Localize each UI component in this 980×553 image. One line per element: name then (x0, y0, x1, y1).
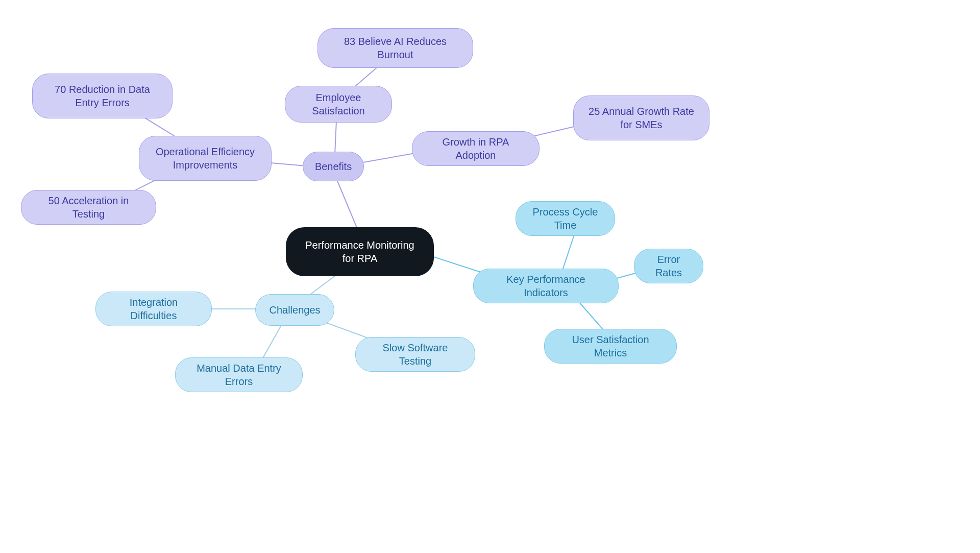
svg-line-0 (334, 174, 360, 235)
manual-errors-node: Manual Data Entry Errors (175, 357, 303, 392)
growth-rpa-node: Growth in RPA Adoption (412, 131, 540, 166)
operational-efficiency-label: Operational Efficiency Improvements (154, 145, 257, 172)
user-satisfaction-node: User Satisfaction Metrics (544, 329, 677, 364)
challenges-node: Challenges (255, 294, 334, 326)
benefits-node: Benefits (303, 152, 364, 181)
user-satisfaction-label: User Satisfaction Metrics (559, 333, 662, 359)
central-node: Performance Monitoring for RPA (286, 227, 434, 276)
challenges-label: Challenges (269, 303, 320, 317)
slow-testing-label: Slow Software Testing (370, 341, 460, 368)
error-rates-label: Error Rates (649, 253, 689, 279)
employee-satisfaction-node: Employee Satisfaction (285, 86, 392, 123)
operational-efficiency-node: Operational Efficiency Improvements (139, 136, 272, 181)
growth-rate-label: 25 Annual Growth Rate for SMEs (588, 105, 695, 131)
growth-rpa-label: Growth in RPA Adoption (427, 135, 525, 162)
kpi-node: Key Performance Indicators (473, 269, 619, 303)
kpi-label: Key Performance Indicators (488, 273, 604, 299)
testing-acceleration-label: 50 Acceleration in Testing (36, 194, 141, 221)
benefits-label: Benefits (315, 160, 352, 173)
error-rates-node: Error Rates (634, 249, 703, 283)
employee-satisfaction-label: Employee Satisfaction (300, 91, 377, 117)
integration-node: Integration Difficulties (95, 292, 212, 326)
data-entry-errors-label: 70 Reduction in Data Entry Errors (47, 83, 158, 109)
burnout-label: 83 Believe AI Reduces Burnout (332, 35, 458, 61)
growth-rate-node: 25 Annual Growth Rate for SMEs (573, 95, 709, 140)
burnout-node: 83 Believe AI Reduces Burnout (317, 28, 473, 68)
slow-testing-node: Slow Software Testing (355, 337, 475, 372)
data-entry-errors-node: 70 Reduction in Data Entry Errors (32, 74, 173, 118)
cycle-time-label: Process Cycle Time (530, 205, 600, 232)
integration-label: Integration Difficulties (110, 296, 197, 322)
manual-errors-label: Manual Data Entry Errors (190, 362, 288, 388)
testing-acceleration-node: 50 Acceleration in Testing (21, 190, 156, 225)
svg-line-14 (260, 322, 283, 363)
cycle-time-node: Process Cycle Time (516, 201, 615, 236)
central-label: Performance Monitoring for RPA (300, 238, 420, 265)
